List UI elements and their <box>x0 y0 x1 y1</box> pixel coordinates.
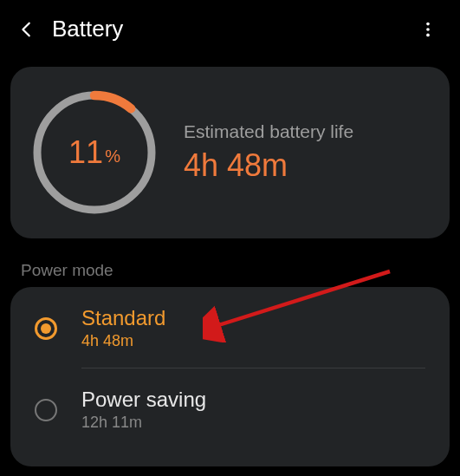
radio-icon <box>35 317 57 340</box>
page-title: Battery <box>52 16 418 42</box>
back-icon[interactable] <box>17 20 36 39</box>
mode-row-power-saving[interactable]: Power saving12h 11m <box>10 372 450 444</box>
radio-icon <box>35 399 57 421</box>
divider <box>81 368 425 368</box>
est-life-value: 4h 48m <box>184 147 353 184</box>
svg-point-1 <box>426 28 430 31</box>
mode-name: Standard <box>81 306 165 330</box>
svg-point-2 <box>426 33 430 36</box>
mode-subtext: 12h 11m <box>81 414 206 432</box>
mode-subtext: 4h 48m <box>81 332 165 350</box>
more-icon[interactable] <box>418 20 437 39</box>
mode-name: Power saving <box>81 388 206 412</box>
est-life-label: Estimated battery life <box>184 121 353 142</box>
mode-row-standard[interactable]: Standard4h 48m <box>10 290 450 362</box>
svg-point-0 <box>426 22 430 25</box>
battery-percent-number: 11 <box>68 134 103 171</box>
power-mode-section-label: Power mode <box>21 261 460 280</box>
battery-percent-symbol: % <box>105 147 120 166</box>
power-mode-list: Standard4h 48mPower saving12h 11m <box>10 287 450 466</box>
battery-summary-card: 11 % Estimated battery life 4h 48m <box>10 67 450 238</box>
battery-ring: 11 % <box>29 88 159 218</box>
